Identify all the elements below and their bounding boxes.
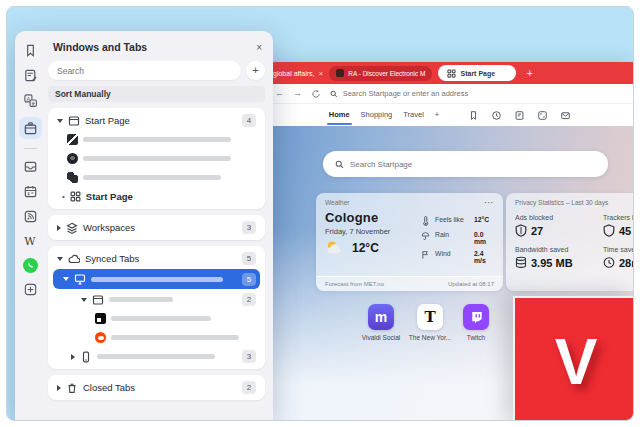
history-icon[interactable] xyxy=(491,110,502,121)
count-badge: 5 xyxy=(242,273,256,286)
back-button[interactable]: ← xyxy=(275,89,284,98)
sort-dropdown[interactable]: Sort Manually xyxy=(48,86,265,102)
tree-row-tab[interactable] xyxy=(53,168,260,187)
weather-widget: Weather ··· Cologne Friday, 7 November 1… xyxy=(316,193,503,291)
tree-row-workspaces[interactable]: Workspaces 3 xyxy=(53,218,260,237)
notes-panel-icon[interactable] xyxy=(22,67,39,84)
window-group-card: Start Page 4 • Start xyxy=(48,108,265,209)
mail-icon[interactable] xyxy=(560,110,571,121)
mastodon-icon: m xyxy=(368,304,394,330)
translate-panel-icon[interactable]: A xyxy=(22,92,39,109)
tab-title-placeholder xyxy=(111,316,211,321)
notes-icon[interactable] xyxy=(514,110,525,121)
dial-label: Twitch xyxy=(448,334,504,341)
tree-row-tab[interactable] xyxy=(53,130,260,149)
new-tab-button[interactable]: + xyxy=(526,67,532,79)
tab-title: Start Page xyxy=(460,70,495,77)
address-bar[interactable] xyxy=(330,89,625,98)
sun-cloud-icon xyxy=(325,240,347,255)
weather-menu-button[interactable]: ··· xyxy=(485,199,495,206)
shield-icon xyxy=(515,224,527,237)
count-badge: 2 xyxy=(242,293,256,306)
active-tab-bullet: • xyxy=(62,192,65,201)
bookmarks-icon[interactable] xyxy=(468,110,479,121)
window-title-placeholder xyxy=(109,297,173,302)
start-page: Weather ··· Cologne Friday, 7 November 1… xyxy=(267,126,633,420)
caret-right-icon[interactable] xyxy=(71,354,75,360)
database-icon xyxy=(515,256,527,269)
mail-panel-icon[interactable] xyxy=(22,158,39,175)
feels-like-label: Feels like xyxy=(435,216,471,226)
twitch-icon xyxy=(463,304,489,330)
start-nav-icons xyxy=(468,110,571,121)
caret-right-icon[interactable] xyxy=(57,225,61,231)
site-favicon xyxy=(67,172,78,183)
tree-row-synced-window[interactable]: 2 xyxy=(53,290,260,309)
tree-row-synced-tab[interactable] xyxy=(53,328,260,347)
start-nav-shopping[interactable]: Shopping xyxy=(361,104,393,126)
tab-global-affairs[interactable]: global affairs, × xyxy=(273,69,323,78)
panel-search-input[interactable] xyxy=(48,61,241,80)
startpage-search[interactable] xyxy=(323,151,608,177)
windows-panel-icon-active[interactable] xyxy=(19,117,42,139)
tab-start-page-active[interactable]: Start Page xyxy=(438,65,516,81)
start-nav-add-button[interactable]: + xyxy=(435,104,439,126)
add-web-panel-icon[interactable] xyxy=(22,281,39,298)
weather-city: Cologne xyxy=(325,210,421,225)
count-badge: 3 xyxy=(242,350,256,363)
privacy-title: Privacy Statistics – Last 30 days xyxy=(506,193,634,206)
vivaldi-logo: V xyxy=(555,330,598,394)
caret-down-icon[interactable] xyxy=(57,119,63,123)
wikipedia-web-panel-icon[interactable]: W xyxy=(22,233,39,250)
address-input[interactable] xyxy=(343,89,625,98)
tree-row-start-page-tab[interactable]: • Start Page xyxy=(53,187,260,206)
speed-dial-grid-icon xyxy=(447,69,456,78)
panel-close-icon[interactable]: × xyxy=(256,42,262,53)
start-nav-home[interactable]: Home xyxy=(329,104,350,126)
tree-row-closed-tabs[interactable]: Closed Tabs 2 xyxy=(53,378,260,397)
forward-button[interactable]: → xyxy=(293,89,302,98)
add-window-button[interactable]: + xyxy=(246,61,265,80)
wind-label: Wind xyxy=(435,250,471,264)
trackers-blocked-stat: Trackers blocked 45 xyxy=(603,214,634,237)
wind-value: 2.4 m/s xyxy=(474,250,494,264)
calendar-panel-icon[interactable] xyxy=(22,183,39,200)
navigation-toolbar: ← → xyxy=(267,84,633,104)
window-icon xyxy=(68,115,80,127)
speed-dial-twitch[interactable]: Twitch xyxy=(448,304,504,341)
bandwidth-saved-label: Bandwidth saved xyxy=(515,246,599,253)
speed-dial-vivaldi-social[interactable]: m Vivaldi Social xyxy=(353,304,409,341)
ads-blocked-label: Ads blocked xyxy=(515,214,599,221)
tree-row-synced-tab[interactable] xyxy=(53,309,260,328)
tree-row-synced-desktop-selected[interactable]: 5 xyxy=(53,269,260,289)
games-icon[interactable] xyxy=(537,110,548,121)
tree-row-synced-tabs[interactable]: Synced Tabs 5 xyxy=(53,249,260,268)
weather-updated: Updated at 08:17 xyxy=(448,281,494,287)
close-icon[interactable]: × xyxy=(319,69,324,78)
tree-row-start-page-window[interactable]: Start Page 4 xyxy=(53,111,260,130)
caret-down-icon[interactable] xyxy=(81,298,87,302)
tab-title-placeholder xyxy=(83,156,231,161)
startpage-search-input[interactable] xyxy=(350,160,580,169)
rain-label: Rain xyxy=(435,231,471,245)
caret-down-icon[interactable] xyxy=(63,277,69,281)
start-nav-travel[interactable]: Travel xyxy=(403,104,424,126)
ads-blocked-stat: Ads blocked 27 xyxy=(515,214,599,237)
phone-icon xyxy=(80,351,92,363)
trash-bin-icon xyxy=(66,382,78,394)
whatsapp-web-panel-icon[interactable] xyxy=(23,258,38,273)
dial-label: Vivaldi Social xyxy=(353,334,409,341)
caret-down-icon[interactable] xyxy=(57,257,63,261)
caret-right-icon[interactable] xyxy=(57,385,61,391)
tree-row-label: Start Page xyxy=(86,191,133,202)
site-favicon xyxy=(95,313,106,324)
tree-row-synced-mobile[interactable]: 3 xyxy=(53,347,260,366)
bookmarks-panel-icon[interactable] xyxy=(22,42,39,59)
tab-title-placeholder xyxy=(111,335,239,340)
feeds-panel-icon[interactable] xyxy=(22,208,39,225)
tab-ra-discover[interactable]: RA - Discover Electronic M xyxy=(329,66,432,81)
browser-window: global affairs, × RA - Discover Electron… xyxy=(267,62,633,420)
tree-row-tab[interactable] xyxy=(53,149,260,168)
reload-button[interactable] xyxy=(311,89,321,99)
tab-bar: global affairs, × RA - Discover Electron… xyxy=(267,62,633,84)
